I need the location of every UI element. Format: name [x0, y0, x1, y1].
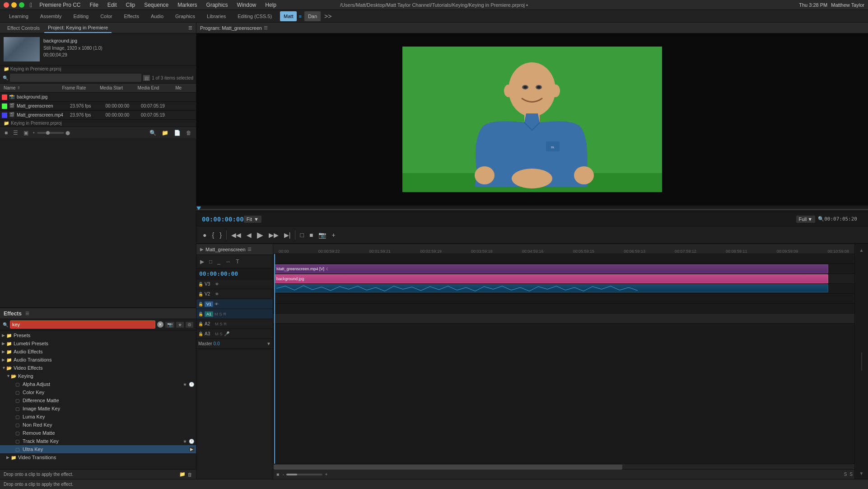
- tree-remove-matte[interactable]: ▢ Remove Matte: [0, 429, 196, 437]
- search-grid-icon[interactable]: ▤: [143, 75, 150, 81]
- track-record-button[interactable]: R: [224, 312, 227, 316]
- tree-difference-matte[interactable]: ▢ Difference Matte: [0, 396, 196, 404]
- step-forward-button[interactable]: ▶▶: [266, 229, 281, 241]
- track-visibility-button[interactable]: 👁: [215, 282, 219, 287]
- zoom-slider[interactable]: [37, 132, 64, 134]
- timeline-scrollbar[interactable]: [273, 464, 854, 469]
- track-source-button[interactable]: V1: [205, 301, 213, 307]
- tab-effect-controls[interactable]: Effect Controls: [4, 23, 43, 33]
- tab-user-dan[interactable]: Dan: [304, 11, 321, 21]
- track-lock-button[interactable]: 🔓: [198, 302, 203, 306]
- timeline-a3-track[interactable]: [273, 304, 854, 314]
- fullscreen-button[interactable]: [19, 2, 24, 8]
- tree-audio-transitions[interactable]: ▶ 📁 Audio Transitions: [0, 356, 196, 364]
- track-lock-button[interactable]: 🔓: [198, 292, 203, 296]
- rp-button-top[interactable]: ▲: [856, 246, 867, 254]
- track-lock-button[interactable]: 🔓: [198, 322, 203, 326]
- table-row[interactable]: 🎬 Matt_greenscreen 23.976 fps 00:00:00:0…: [0, 102, 196, 111]
- rp-button-bottom[interactable]: ▼: [856, 469, 867, 477]
- overwrite-button[interactable]: ■: [307, 229, 316, 241]
- close-button[interactable]: [4, 2, 9, 8]
- tab-graphics[interactable]: Graphics: [170, 11, 201, 22]
- tab-learning[interactable]: Learning: [4, 11, 34, 22]
- effects-toolbar-icon1[interactable]: 📷: [165, 322, 174, 328]
- menu-edit[interactable]: Edit: [106, 2, 119, 8]
- list-view-button[interactable]: ☰: [11, 128, 20, 137]
- tab-color[interactable]: Color: [95, 11, 117, 22]
- minimize-button[interactable]: [11, 2, 17, 8]
- insert-button[interactable]: □: [297, 229, 306, 241]
- menu-file[interactable]: File: [88, 2, 100, 8]
- panel-menu-icon[interactable]: ☰: [188, 25, 192, 30]
- full-dropdown[interactable]: Full ▼: [796, 216, 816, 223]
- effects-search-input[interactable]: [10, 320, 155, 329]
- timeline-timecode[interactable]: 00:00:00:00: [199, 270, 238, 277]
- export-frame-button[interactable]: 📷: [316, 229, 329, 241]
- clip-matt-greenscreen-v[interactable]: Matt_greenscreen.mp4 [V] ☾: [274, 264, 828, 273]
- text-tool[interactable]: T: [234, 258, 241, 266]
- menu-premiere[interactable]: Premiere Pro CC: [37, 2, 82, 8]
- tree-ultra-key[interactable]: ▢ Ultra Key ▶: [0, 445, 196, 453]
- new-item-button[interactable]: 📄: [172, 128, 182, 137]
- button-plus[interactable]: +: [329, 229, 338, 241]
- tab-project[interactable]: Project: Keying in Premiere: [44, 23, 112, 33]
- table-row[interactable]: 📸 background.jpg: [0, 93, 196, 102]
- delete-button[interactable]: 🗑: [184, 128, 193, 137]
- more-workspaces[interactable]: >>: [322, 13, 334, 20]
- tree-non-red-key[interactable]: ▢ Non Red Key: [0, 421, 196, 429]
- timecode-display[interactable]: 00:00:00:00: [202, 216, 244, 223]
- tab-assembly[interactable]: Assembly: [35, 11, 67, 22]
- add-marker-button[interactable]: ●: [200, 229, 209, 241]
- tab-user-matt[interactable]: Matt: [280, 11, 297, 21]
- track-solo-button[interactable]: S: [220, 332, 223, 336]
- track-mute-button[interactable]: M: [215, 312, 218, 316]
- tree-track-matte-key[interactable]: ▢ Track Matte Key ★ 🕐: [0, 437, 196, 445]
- tree-lumetri-presets[interactable]: ▶ 📁 Lumetri Presets: [0, 339, 196, 348]
- search-button[interactable]: 🔍: [148, 128, 158, 137]
- track-mute-button[interactable]: M: [215, 322, 219, 326]
- menu-help[interactable]: Help: [263, 2, 278, 8]
- menu-sequence[interactable]: Sequence: [142, 2, 170, 8]
- menu-window[interactable]: Window: [235, 2, 258, 8]
- track-mic-button[interactable]: 🎤: [224, 331, 229, 336]
- select-tool[interactable]: ▶: [198, 258, 206, 266]
- play-button[interactable]: ▶: [254, 229, 266, 241]
- step-back-button[interactable]: ◀: [244, 229, 254, 241]
- track-visibility-button[interactable]: 👁: [215, 292, 219, 296]
- timeline-v1-track[interactable]: background.jpg: [273, 274, 854, 284]
- timeline-zoom-out[interactable]: -: [281, 471, 285, 477]
- ripple-tool[interactable]: □: [207, 258, 214, 266]
- track-solo-button[interactable]: S: [220, 322, 223, 326]
- timeline-master-track[interactable]: [273, 314, 854, 324]
- tree-color-key[interactable]: ▢ Color Key: [0, 388, 196, 396]
- menu-markers[interactable]: Markers: [176, 2, 199, 8]
- track-lock-button[interactable]: 🔓: [198, 312, 203, 316]
- tab-editing-css[interactable]: Editing (CSS.5): [232, 11, 277, 22]
- tab-effects[interactable]: Effects: [118, 11, 144, 22]
- effects-new-folder-button[interactable]: 📁: [179, 471, 186, 477]
- monitor-playhead-area[interactable]: [196, 205, 868, 212]
- timeline-ruler[interactable]: 00:00 00:00:59:22 00:01:59:21 00:02:59:1…: [273, 244, 854, 254]
- fit-dropdown[interactable]: Fit ▼: [244, 216, 261, 223]
- menu-graphics[interactable]: Graphics: [205, 2, 230, 8]
- new-bin-button[interactable]: ■: [3, 128, 9, 137]
- tree-luma-key[interactable]: ▢ Luma Key: [0, 413, 196, 421]
- icon-view-button[interactable]: ▣: [22, 128, 30, 137]
- mark-out-button[interactable]: }: [217, 229, 224, 241]
- go-to-in-button[interactable]: ◀◀: [229, 229, 244, 241]
- track-lock-button[interactable]: 🔓: [198, 332, 203, 336]
- scrollbar-thumb[interactable]: [274, 465, 622, 470]
- effects-toolbar-icon3[interactable]: ⚙: [186, 322, 193, 328]
- tab-audio[interactable]: Audio: [145, 11, 169, 22]
- effects-menu-icon[interactable]: ☰: [25, 311, 29, 316]
- timeline-menu-icon[interactable]: ☰: [247, 247, 252, 252]
- tree-video-effects[interactable]: ▼ 📂 Video Effects: [0, 364, 196, 372]
- track-source-button-a1[interactable]: A1: [205, 311, 213, 317]
- track-record-button[interactable]: R: [224, 322, 227, 326]
- timeline-zoom-in[interactable]: +: [323, 471, 329, 477]
- timeline-fit-button[interactable]: ■: [275, 471, 280, 477]
- tree-audio-effects[interactable]: ▶ 📁 Audio Effects: [0, 348, 196, 356]
- effects-toolbar-icon2[interactable]: ★: [176, 322, 184, 328]
- clip-background-jpg[interactable]: background.jpg: [274, 274, 828, 283]
- tree-alpha-adjust[interactable]: ▢ Alpha Adjust ★ 🕐: [0, 380, 196, 388]
